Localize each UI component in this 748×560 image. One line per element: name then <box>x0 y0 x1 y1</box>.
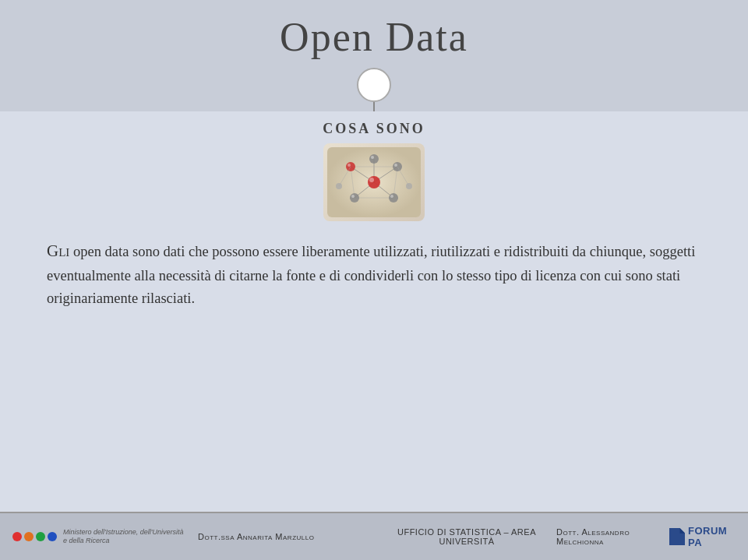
svg-point-20 <box>350 193 359 203</box>
forum-pa-logo: FORUM PA <box>669 525 736 548</box>
svg-point-17 <box>394 164 397 167</box>
dot-green <box>36 532 45 541</box>
title-bar: Open Data <box>0 0 748 68</box>
circle-connector <box>0 68 748 111</box>
cosa-sono-section: COSA SONO <box>323 111 425 221</box>
connector-line <box>373 102 375 111</box>
svg-point-12 <box>369 154 379 164</box>
slide: Open Data COSA SONO <box>0 0 748 560</box>
footer-name-right: Dott. Alessandro Melchionna <box>556 527 662 546</box>
footer-name-left: Dott.ssa Annarita Marzullo <box>198 532 314 541</box>
network-graphic <box>323 143 425 221</box>
miur-logo-dots <box>12 532 57 541</box>
forum-pa-icon <box>669 527 685 547</box>
body-paragraph: Gli open data sono dati che possono esse… <box>47 238 701 311</box>
body-first-word: Gli <box>47 241 69 260</box>
svg-marker-26 <box>669 528 685 545</box>
svg-point-11 <box>369 178 374 182</box>
dot-orange <box>24 532 34 541</box>
svg-marker-27 <box>679 528 685 534</box>
main-content: COSA SONO <box>0 111 748 512</box>
footer: Ministero dell'Istruzione, dell'Universi… <box>0 512 748 560</box>
svg-point-15 <box>348 164 351 167</box>
forum-pa-text: FORUM PA <box>688 525 736 548</box>
dot-red <box>12 532 22 541</box>
svg-point-13 <box>371 156 374 159</box>
footer-right: Dott. Alessandro Melchionna FORUM PA <box>556 525 736 548</box>
svg-point-18 <box>389 193 398 203</box>
dot-blue <box>48 532 57 541</box>
subtitle-label: COSA SONO <box>323 121 425 137</box>
svg-point-21 <box>351 195 355 198</box>
network-svg <box>327 147 421 217</box>
svg-point-19 <box>390 195 393 198</box>
svg-point-10 <box>368 176 380 188</box>
footer-center: Ufficio di statistica – Area Università <box>377 527 556 546</box>
circle-decoration <box>357 68 391 102</box>
body-text-section: Gli open data sono dati che possono esse… <box>0 221 748 512</box>
slide-title: Open Data <box>0 14 748 60</box>
footer-center-text: Ufficio di statistica – Area Università <box>377 527 556 546</box>
gov-logo-text: Ministero dell'Istruzione, dell'Universi… <box>63 528 188 545</box>
footer-left: Ministero dell'Istruzione, dell'Universi… <box>12 528 192 545</box>
